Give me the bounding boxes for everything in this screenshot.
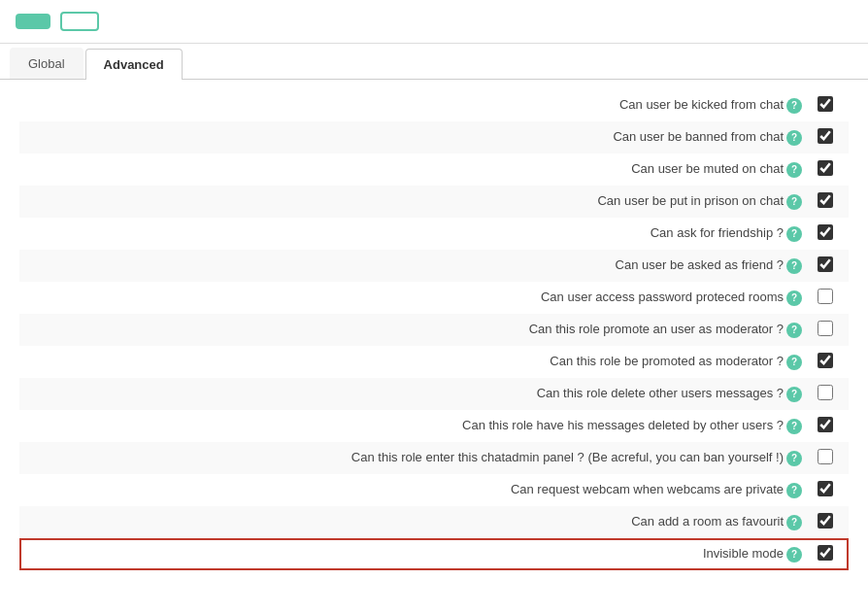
setting-label-mute: Can user be muted on chat? [19, 154, 810, 186]
checkbox-cell-mute [810, 154, 849, 186]
settings-table: Can user be kicked from chat?Can user be… [19, 89, 849, 570]
checkbox-cell-favourite [810, 506, 849, 538]
checkbox-cell-kick [810, 89, 849, 121]
help-icon-delete_messages[interactable]: ? [786, 387, 802, 402]
checkbox-cell-promoted_moderator [810, 346, 849, 378]
help-icon-password_rooms[interactable]: ? [786, 290, 802, 306]
checkbox-password_rooms[interactable] [818, 289, 833, 304]
checkbox-promoted_moderator[interactable] [818, 353, 833, 368]
checkbox-messages_deleted[interactable] [818, 417, 833, 432]
help-icon-promote_moderator[interactable]: ? [786, 323, 802, 338]
setting-label-asked_friend: Can user be asked as friend ?? [19, 250, 810, 282]
checkbox-cell-password_rooms [810, 282, 849, 314]
checkbox-delete_messages[interactable] [818, 385, 833, 400]
save-go-back-button[interactable] [60, 12, 99, 31]
tab-bar: Global Advanced [0, 48, 868, 80]
settings-content: Can user be kicked from chat?Can user be… [0, 80, 868, 580]
setting-label-invisible: Invisible mode? [19, 538, 810, 570]
checkbox-invisible[interactable] [818, 545, 833, 561]
setting-label-messages_deleted: Can this role have his messages deleted … [19, 410, 810, 442]
help-icon-invisible[interactable]: ? [786, 547, 802, 563]
help-icon-webcam[interactable]: ? [786, 483, 802, 498]
help-icon-promoted_moderator[interactable]: ? [786, 355, 802, 370]
help-icon-messages_deleted[interactable]: ? [786, 419, 802, 434]
checkbox-cell-webcam [810, 474, 849, 506]
top-bar [0, 0, 868, 44]
setting-label-chatadmin: Can this role enter this chatadmin panel… [19, 442, 810, 474]
checkbox-cell-promote_moderator [810, 314, 849, 346]
tab-advanced[interactable]: Advanced [85, 49, 183, 80]
checkbox-cell-chatadmin [810, 442, 849, 474]
checkbox-cell-delete_messages [810, 378, 849, 410]
checkbox-favourite[interactable] [818, 513, 833, 529]
help-icon-mute[interactable]: ? [786, 162, 802, 178]
checkbox-webcam[interactable] [818, 481, 833, 496]
help-icon-favourite[interactable]: ? [786, 515, 802, 530]
checkbox-cell-ban [810, 121, 849, 154]
setting-label-ban: Can user be banned from chat? [19, 121, 810, 154]
setting-label-friendship: Can ask for friendship ?? [19, 218, 810, 250]
checkbox-kick[interactable] [818, 96, 833, 112]
setting-label-delete_messages: Can this role delete other users message… [19, 378, 810, 410]
checkbox-chatadmin[interactable] [818, 449, 833, 464]
checkbox-ban[interactable] [818, 128, 833, 144]
checkbox-cell-asked_friend [810, 250, 849, 282]
setting-label-promoted_moderator: Can this role be promoted as moderator ?… [19, 346, 810, 378]
setting-label-password_rooms: Can user access password proteced rooms? [19, 282, 810, 314]
help-icon-kick[interactable]: ? [786, 98, 802, 114]
checkbox-asked_friend[interactable] [818, 256, 833, 272]
setting-label-favourite: Can add a room as favourit? [19, 506, 810, 538]
setting-label-promote_moderator: Can this role promote an user as moderat… [19, 314, 810, 346]
checkbox-friendship[interactable] [818, 224, 833, 240]
checkbox-cell-messages_deleted [810, 410, 849, 442]
setting-label-webcam: Can request webcam when webcams are priv… [19, 474, 810, 506]
save-button[interactable] [16, 14, 50, 29]
setting-label-prison: Can user be put in prison on chat? [19, 186, 810, 218]
checkbox-cell-friendship [810, 218, 849, 250]
tab-global[interactable]: Global [10, 48, 83, 79]
checkbox-prison[interactable] [818, 192, 833, 208]
checkbox-mute[interactable] [818, 160, 833, 176]
setting-label-kick: Can user be kicked from chat? [19, 89, 810, 121]
help-icon-prison[interactable]: ? [786, 194, 802, 210]
help-icon-ban[interactable]: ? [786, 130, 802, 146]
checkbox-promote_moderator[interactable] [818, 321, 833, 336]
checkbox-cell-invisible [810, 538, 849, 570]
help-icon-chatadmin[interactable]: ? [786, 451, 802, 466]
help-icon-friendship[interactable]: ? [786, 226, 802, 242]
checkbox-cell-prison [810, 186, 849, 218]
help-icon-asked_friend[interactable]: ? [786, 258, 802, 274]
